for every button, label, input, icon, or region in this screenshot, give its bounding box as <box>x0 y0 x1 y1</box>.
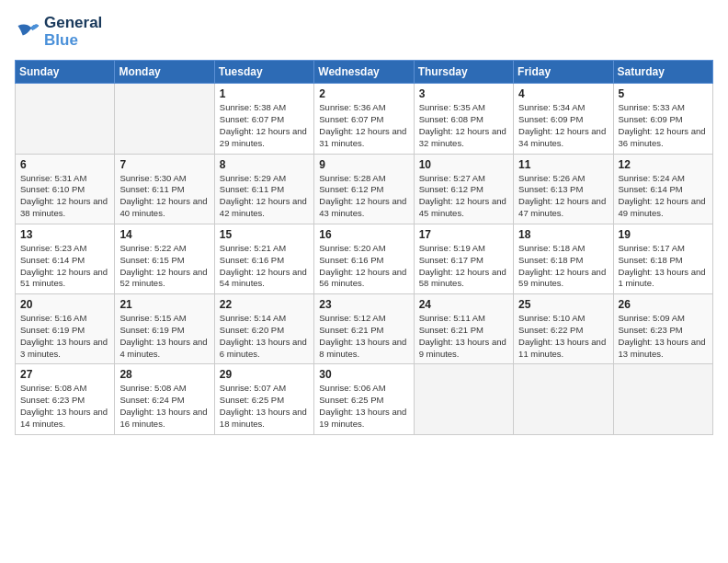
day-number: 20 <box>20 298 109 311</box>
cell-details: Sunrise: 5:29 AMSunset: 6:11 PMDaylight:… <box>220 173 309 220</box>
cell-details: Sunrise: 5:06 AMSunset: 6:25 PMDaylight:… <box>319 383 408 430</box>
calendar-header-row: SundayMondayTuesdayWednesdayThursdayFrid… <box>16 61 713 84</box>
cell-details: Sunrise: 5:28 AMSunset: 6:12 PMDaylight:… <box>319 173 408 220</box>
day-number: 13 <box>20 228 109 241</box>
cell-details: Sunrise: 5:33 AMSunset: 6:09 PMDaylight:… <box>619 102 708 149</box>
day-number: 16 <box>319 228 408 241</box>
day-number: 26 <box>619 298 708 311</box>
calendar-cell: 26Sunrise: 5:09 AMSunset: 6:23 PMDayligh… <box>613 294 712 364</box>
calendar-cell: 4Sunrise: 5:34 AMSunset: 6:09 PMDaylight… <box>514 84 613 154</box>
cell-details: Sunrise: 5:08 AMSunset: 6:23 PMDaylight:… <box>20 383 109 430</box>
cell-details: Sunrise: 5:24 AMSunset: 6:14 PMDaylight:… <box>619 173 708 220</box>
cell-details: Sunrise: 5:21 AMSunset: 6:16 PMDaylight:… <box>220 243 309 290</box>
calendar-cell: 16Sunrise: 5:20 AMSunset: 6:16 PMDayligh… <box>314 224 414 293</box>
calendar-cell: 28Sunrise: 5:08 AMSunset: 6:24 PMDayligh… <box>115 364 214 434</box>
cell-details: Sunrise: 5:08 AMSunset: 6:24 PMDaylight:… <box>119 383 209 430</box>
day-number: 2 <box>319 87 408 100</box>
cell-details: Sunrise: 5:23 AMSunset: 6:14 PMDaylight:… <box>20 243 109 290</box>
cell-details: Sunrise: 5:31 AMSunset: 6:10 PMDaylight:… <box>20 173 109 220</box>
day-header-monday: Monday <box>115 61 214 84</box>
day-number: 1 <box>220 87 309 100</box>
day-header-friday: Friday <box>514 61 613 84</box>
calendar-cell: 27Sunrise: 5:08 AMSunset: 6:23 PMDayligh… <box>16 364 115 434</box>
day-number: 17 <box>419 228 508 241</box>
day-number: 3 <box>419 87 508 100</box>
day-number: 19 <box>619 228 708 241</box>
calendar-cell: 2Sunrise: 5:36 AMSunset: 6:07 PMDaylight… <box>314 84 414 154</box>
cell-details: Sunrise: 5:17 AMSunset: 6:18 PMDaylight:… <box>619 243 708 290</box>
calendar-cell: 18Sunrise: 5:18 AMSunset: 6:18 PMDayligh… <box>514 224 613 293</box>
calendar-cell: 8Sunrise: 5:29 AMSunset: 6:11 PMDaylight… <box>214 154 313 224</box>
calendar-cell: 12Sunrise: 5:24 AMSunset: 6:14 PMDayligh… <box>613 154 712 224</box>
day-header-tuesday: Tuesday <box>214 61 313 84</box>
day-number: 21 <box>119 298 209 311</box>
cell-details: Sunrise: 5:19 AMSunset: 6:17 PMDaylight:… <box>419 243 508 290</box>
calendar-week-5: 27Sunrise: 5:08 AMSunset: 6:23 PMDayligh… <box>16 364 713 434</box>
calendar-cell: 30Sunrise: 5:06 AMSunset: 6:25 PMDayligh… <box>314 364 414 434</box>
logo-icon <box>15 19 40 45</box>
cell-details: Sunrise: 5:18 AMSunset: 6:18 PMDaylight:… <box>518 243 608 290</box>
cell-details: Sunrise: 5:14 AMSunset: 6:20 PMDaylight:… <box>220 313 309 360</box>
page-header: General Blue <box>15 15 713 49</box>
calendar-cell <box>514 364 613 434</box>
day-number: 5 <box>619 87 708 100</box>
cell-details: Sunrise: 5:38 AMSunset: 6:07 PMDaylight:… <box>220 102 309 149</box>
calendar-cell: 1Sunrise: 5:38 AMSunset: 6:07 PMDaylight… <box>214 84 313 154</box>
calendar-cell: 23Sunrise: 5:12 AMSunset: 6:21 PMDayligh… <box>314 294 414 364</box>
calendar-cell <box>16 84 115 154</box>
calendar-cell <box>115 84 214 154</box>
cell-details: Sunrise: 5:30 AMSunset: 6:11 PMDaylight:… <box>119 173 209 220</box>
cell-details: Sunrise: 5:35 AMSunset: 6:08 PMDaylight:… <box>419 102 508 149</box>
calendar-week-2: 6Sunrise: 5:31 AMSunset: 6:10 PMDaylight… <box>16 154 713 224</box>
cell-details: Sunrise: 5:11 AMSunset: 6:21 PMDaylight:… <box>419 313 508 360</box>
calendar-cell: 15Sunrise: 5:21 AMSunset: 6:16 PMDayligh… <box>214 224 313 293</box>
calendar-cell: 14Sunrise: 5:22 AMSunset: 6:15 PMDayligh… <box>115 224 214 293</box>
calendar-table: SundayMondayTuesdayWednesdayThursdayFrid… <box>15 60 713 434</box>
cell-details: Sunrise: 5:22 AMSunset: 6:15 PMDaylight:… <box>119 243 209 290</box>
cell-details: Sunrise: 5:10 AMSunset: 6:22 PMDaylight:… <box>518 313 608 360</box>
cell-details: Sunrise: 5:27 AMSunset: 6:12 PMDaylight:… <box>419 173 508 220</box>
calendar-cell: 20Sunrise: 5:16 AMSunset: 6:19 PMDayligh… <box>16 294 115 364</box>
day-header-sunday: Sunday <box>16 61 115 84</box>
cell-details: Sunrise: 5:09 AMSunset: 6:23 PMDaylight:… <box>619 313 708 360</box>
day-number: 25 <box>518 298 608 311</box>
cell-details: Sunrise: 5:12 AMSunset: 6:21 PMDaylight:… <box>319 313 408 360</box>
cell-details: Sunrise: 5:36 AMSunset: 6:07 PMDaylight:… <box>319 102 408 149</box>
cell-details: Sunrise: 5:20 AMSunset: 6:16 PMDaylight:… <box>319 243 408 290</box>
calendar-cell: 29Sunrise: 5:07 AMSunset: 6:25 PMDayligh… <box>214 364 313 434</box>
day-number: 27 <box>20 368 109 381</box>
calendar-cell: 9Sunrise: 5:28 AMSunset: 6:12 PMDaylight… <box>314 154 414 224</box>
day-number: 24 <box>419 298 508 311</box>
calendar-week-4: 20Sunrise: 5:16 AMSunset: 6:19 PMDayligh… <box>16 294 713 364</box>
calendar-cell <box>414 364 513 434</box>
day-header-thursday: Thursday <box>414 61 513 84</box>
cell-details: Sunrise: 5:16 AMSunset: 6:19 PMDaylight:… <box>20 313 109 360</box>
logo-text: General Blue <box>44 15 102 49</box>
day-number: 14 <box>119 228 209 241</box>
calendar-cell: 13Sunrise: 5:23 AMSunset: 6:14 PMDayligh… <box>16 224 115 293</box>
day-number: 10 <box>419 158 508 171</box>
calendar-cell: 24Sunrise: 5:11 AMSunset: 6:21 PMDayligh… <box>414 294 513 364</box>
day-number: 18 <box>518 228 608 241</box>
calendar-cell: 11Sunrise: 5:26 AMSunset: 6:13 PMDayligh… <box>514 154 613 224</box>
day-number: 7 <box>119 158 209 171</box>
calendar-cell: 21Sunrise: 5:15 AMSunset: 6:19 PMDayligh… <box>115 294 214 364</box>
cell-details: Sunrise: 5:07 AMSunset: 6:25 PMDaylight:… <box>220 383 309 430</box>
day-number: 12 <box>619 158 708 171</box>
cell-details: Sunrise: 5:34 AMSunset: 6:09 PMDaylight:… <box>518 102 608 149</box>
calendar-cell: 19Sunrise: 5:17 AMSunset: 6:18 PMDayligh… <box>613 224 712 293</box>
logo: General Blue <box>15 15 102 49</box>
day-number: 23 <box>319 298 408 311</box>
calendar-week-3: 13Sunrise: 5:23 AMSunset: 6:14 PMDayligh… <box>16 224 713 293</box>
calendar-week-1: 1Sunrise: 5:38 AMSunset: 6:07 PMDaylight… <box>16 84 713 154</box>
cell-details: Sunrise: 5:15 AMSunset: 6:19 PMDaylight:… <box>119 313 209 360</box>
day-number: 15 <box>220 228 309 241</box>
cell-details: Sunrise: 5:26 AMSunset: 6:13 PMDaylight:… <box>518 173 608 220</box>
day-header-saturday: Saturday <box>613 61 712 84</box>
day-header-wednesday: Wednesday <box>314 61 414 84</box>
calendar-cell: 5Sunrise: 5:33 AMSunset: 6:09 PMDaylight… <box>613 84 712 154</box>
calendar-cell: 7Sunrise: 5:30 AMSunset: 6:11 PMDaylight… <box>115 154 214 224</box>
day-number: 4 <box>518 87 608 100</box>
calendar-cell: 17Sunrise: 5:19 AMSunset: 6:17 PMDayligh… <box>414 224 513 293</box>
day-number: 8 <box>220 158 309 171</box>
